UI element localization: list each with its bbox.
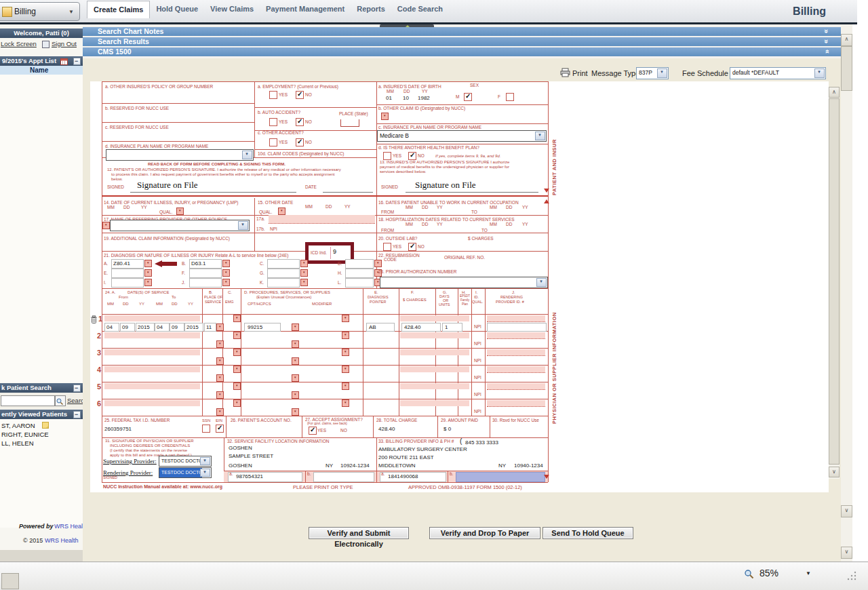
collapse-minus-icon[interactable] [73,411,81,418]
pos-dropdown-icon[interactable] [216,408,224,416]
cpt-dropdown-icon[interactable] [292,391,299,399]
emg-dropdown-icon[interactable] [233,382,241,390]
amount-paid-value[interactable]: $ 0 [443,426,451,432]
chevron-double-up-icon[interactable] [825,47,833,56]
billing-city[interactable]: MIDDLETOWN [378,463,416,469]
supervising-provider-select[interactable]: TESTDOC DOCTO [159,456,212,467]
lock-screen-link[interactable]: Lock Screen [1,40,37,47]
sign-out-link[interactable]: Sign Out [52,40,77,47]
ein-checkbox[interactable] [216,425,224,433]
accept-assignment-yes-checkbox[interactable] [309,427,317,435]
delete-row-icon[interactable] [90,315,98,324]
diagnosis-k-field[interactable] [267,278,300,288]
outside-lab-no-checkbox[interactable] [408,243,416,251]
diagnosis-h-field[interactable] [345,269,374,278]
module-dropdown[interactable]: Billing ▼ [0,2,80,21]
panel-cms-1500[interactable]: CMS 1500 [83,47,841,56]
modifier-dropdown-icon[interactable] [342,349,349,356]
verify-drop-paper-button[interactable]: Verify and Drop To Paper [429,527,540,539]
pos-dropdown-icon[interactable] [216,323,224,331]
diagnosis-l-field[interactable] [345,278,374,288]
insurance-plan-select[interactable] [106,149,254,161]
diagnosis-c-field[interactable] [267,259,300,269]
emg-dropdown-icon[interactable] [233,332,241,339]
print-button[interactable]: Print [572,69,588,77]
scroll-down-icon[interactable]: ∨ [841,505,852,517]
employment-no-checkbox[interactable] [296,91,304,99]
emg-dropdown-icon[interactable] [233,399,241,407]
cpt-dropdown-icon[interactable] [292,374,299,382]
zoom-dropdown-icon[interactable]: ▼ [806,570,811,576]
cpt-dropdown-icon[interactable] [292,323,299,331]
other-accident-no-checkbox[interactable] [296,138,304,146]
tab-create-claims[interactable]: Create Claims [87,1,150,18]
message-type-select[interactable]: 837P [636,67,669,79]
auto-accident-yes-checkbox[interactable] [269,118,277,126]
scroll-down-icon[interactable]: ∨ [841,547,852,559]
sex-female-checkbox[interactable] [506,93,514,101]
diagnosis-pointer-value[interactable]: AB [369,324,376,330]
facility-state[interactable]: NY [326,463,333,469]
emg-dropdown-icon[interactable] [233,349,241,356]
dos-to-yy[interactable]: 2015 [186,324,199,330]
referring-provider-select[interactable] [110,220,250,231]
billing-street[interactable]: 200 ROUTE 211 EAST [378,454,434,460]
diagnosis-d-dropdown-icon[interactable] [374,260,382,267]
chevron-double-down-icon[interactable] [825,37,833,46]
diagnosis-i-field[interactable] [111,278,144,288]
scroll-thumb[interactable] [841,46,852,91]
diagnosis-a-dropdown-icon[interactable] [144,260,152,267]
tab-view-claims[interactable]: View Claims [204,1,260,18]
billing-state[interactable]: NY [498,463,506,469]
tab-reports[interactable]: Reports [351,1,391,18]
panel-search-results[interactable]: Search Results [83,37,841,46]
referring-dropdown-icon[interactable] [102,222,110,229]
modifier-dropdown-icon[interactable] [342,315,349,322]
diagnosis-j-dropdown-icon[interactable] [222,279,230,286]
diagnosis-j-field[interactable] [189,278,222,288]
tab-code-search[interactable]: Code Search [391,1,449,18]
other-claim-id-dropdown-icon[interactable] [381,113,389,120]
scroll-down-icon[interactable]: ∨ [829,467,840,477]
other-accident-yes-checkbox[interactable] [269,138,277,146]
zoom-level-value[interactable]: 85% [760,568,778,578]
facility-other-id-field[interactable] [313,472,374,482]
rendering-provider-select[interactable]: TESTDOC DOCTO [159,467,212,478]
send-hold-queue-button[interactable]: Send To Hold Queue [542,527,633,539]
diagnosis-b-dropdown-icon[interactable] [222,260,230,267]
search-icon-button[interactable] [55,395,66,406]
dos-to-dd[interactable]: 09 [172,324,178,330]
diagnosis-d-field[interactable] [345,259,374,269]
collapse-minus-icon[interactable] [73,385,81,392]
billing-zip[interactable]: 10940-1234 [514,463,543,469]
dob-mm-value[interactable]: 01 [386,95,392,101]
dos-from-yy[interactable]: 2015 [138,324,150,330]
emg-dropdown-icon[interactable] [233,366,241,373]
zoom-icon[interactable] [744,569,755,580]
billing-phone[interactable]: 845 333 3333 [465,439,498,446]
diagnosis-f-dropdown-icon[interactable] [222,269,230,277]
facility-city[interactable]: GOSHEN [229,463,252,469]
diagnosis-b-field[interactable]: D63.1 [189,259,222,269]
charges-value[interactable]: 428.40 [404,324,420,330]
facility-name[interactable]: GOSHEN [229,445,252,451]
plan-name-select[interactable]: Medicare B [377,130,547,142]
cpt-value[interactable]: 99215 [248,324,262,330]
diagnosis-g-dropdown-icon[interactable] [300,269,308,277]
pos-dropdown-icon[interactable] [216,340,224,348]
modifier-dropdown-icon[interactable] [342,382,349,390]
total-charge-value[interactable]: 428.40 [378,426,395,432]
diagnosis-c-dropdown-icon[interactable] [300,260,308,267]
facility-street[interactable]: SAMPLE STREET [229,453,273,459]
patient-link[interactable]: ST, AARON [1,422,35,429]
modifier-dropdown-icon[interactable] [342,399,349,407]
print-icon[interactable] [560,68,570,77]
scroll-up-icon[interactable]: ∧ [841,34,852,46]
cpt-dropdown-icon[interactable] [292,408,299,416]
other-plan-no-checkbox[interactable] [408,152,416,160]
diagnosis-e-dropdown-icon[interactable] [144,269,152,277]
outside-lab-yes-checkbox[interactable] [383,243,391,251]
ssn-checkbox[interactable] [202,425,210,433]
facility-npi-value[interactable]: 987654321 [236,473,263,479]
other-plan-yes-checkbox[interactable] [383,152,391,160]
